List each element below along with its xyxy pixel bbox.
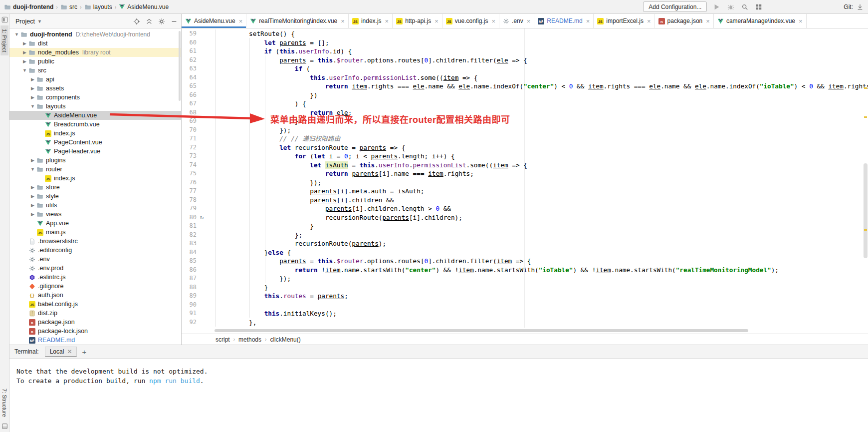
- error-stripe-mark[interactable]: [864, 116, 867, 118]
- close-icon[interactable]: ✕: [67, 349, 72, 355]
- title-breadcrumb-src[interactable]: src: [60, 3, 77, 10]
- project-panel-title[interactable]: Project: [15, 18, 35, 25]
- editor-tab-package-json[interactable]: npackage.json×: [655, 14, 714, 28]
- tree-chevron-icon[interactable]: ▶: [29, 77, 36, 82]
- editor-tab-importexcel-js[interactable]: JSimportExcel.js×: [594, 14, 654, 28]
- tree-chevron-icon[interactable]: ▶: [21, 41, 28, 46]
- editor-tab-realtimemonitoring-index-vue[interactable]: realTimeMonitoring\index.vue×: [246, 14, 349, 28]
- tab-close-icon[interactable]: ×: [647, 18, 651, 24]
- tree-item-assets[interactable]: ▶assets: [9, 84, 181, 93]
- tab-close-icon[interactable]: ×: [491, 18, 495, 24]
- error-stripe-mark[interactable]: [864, 87, 867, 89]
- tree-item-public[interactable]: ▶public: [9, 57, 181, 66]
- tree-item-dist-zip[interactable]: dist.zip: [9, 309, 181, 318]
- tree-item-dist[interactable]: ▶dist: [9, 39, 181, 48]
- tree-item-gitignore[interactable]: .gitignore: [9, 282, 181, 291]
- search-everywhere-icon[interactable]: [741, 3, 749, 11]
- tree-item-env[interactable]: .env: [9, 255, 181, 264]
- code-editor[interactable]: 59 setRoute() {60 let parents = [];61 if…: [182, 28, 868, 328]
- tree-item-style[interactable]: ▶style: [9, 192, 181, 201]
- tree-item-breadcrumb-vue[interactable]: Breadcrumb.vue: [9, 120, 181, 129]
- tree-chevron-icon[interactable]: ▶: [29, 212, 36, 217]
- tree-item-auth-json[interactable]: {}auth.json: [9, 291, 181, 300]
- tree-chevron-icon[interactable]: ▼: [29, 104, 36, 109]
- tree-item-layouts[interactable]: ▼layouts: [9, 102, 181, 111]
- tree-item-app-vue[interactable]: App.vue: [9, 219, 181, 228]
- tab-close-icon[interactable]: ×: [434, 18, 438, 24]
- tree-item-src[interactable]: ▼src: [9, 66, 181, 75]
- tree-item-pageheader-vue[interactable]: PageHeader.vue: [9, 147, 181, 156]
- recursion-gutter-icon[interactable]: ↻: [197, 213, 216, 222]
- tree-chevron-icon[interactable]: ▶: [21, 59, 28, 64]
- editor-vertical-scrollbar[interactable]: [864, 163, 868, 258]
- error-stripe-mark[interactable]: [864, 229, 867, 231]
- tree-item-package-lock-json[interactable]: npackage-lock.json: [9, 327, 181, 336]
- title-breadcrumb-layouts[interactable]: layouts: [84, 3, 112, 10]
- tool-window-button-structure[interactable]: 7: Structure: [0, 385, 8, 421]
- tree-item-package-json[interactable]: npackage.json: [9, 318, 181, 327]
- tree-item-asidemenu-vue[interactable]: AsideMenu.vue: [9, 111, 181, 120]
- tree-chevron-icon[interactable]: ▶: [29, 86, 36, 91]
- project-scrollbar[interactable]: [179, 31, 181, 101]
- tree-item-store[interactable]: ▶store: [9, 183, 181, 192]
- tab-close-icon[interactable]: ×: [239, 18, 243, 24]
- run-icon[interactable]: [713, 3, 721, 11]
- tree-item-env-prod[interactable]: .env.prod: [9, 264, 181, 273]
- title-breadcrumb-asidemenu-vue[interactable]: AsideMenu.vue: [119, 3, 169, 10]
- tree-item-plugins[interactable]: ▶plugins: [9, 156, 181, 165]
- tab-close-icon[interactable]: ×: [341, 18, 345, 24]
- tree-item-duoji-frontend[interactable]: ▼duoji-frontendD:\zheheWeb\duoji-fronten…: [9, 30, 181, 39]
- new-terminal-icon[interactable]: +: [82, 348, 86, 356]
- tab-close-icon[interactable]: ×: [706, 18, 710, 24]
- debug-icon[interactable]: [727, 3, 735, 11]
- tree-chevron-icon[interactable]: ▼: [21, 68, 28, 73]
- tree-item-utils[interactable]: ▶utils: [9, 201, 181, 210]
- tree-item-views[interactable]: ▶views: [9, 210, 181, 219]
- strip-bottom-icon[interactable]: [1, 423, 8, 430]
- tree-chevron-icon[interactable]: ▶: [29, 203, 36, 208]
- tool-windows-icon[interactable]: [755, 3, 763, 11]
- tree-item-router[interactable]: ▼router: [9, 165, 181, 174]
- tree-item-readme-md[interactable]: MREADME.md: [9, 336, 181, 345]
- editor-breadcrumb-clickmenu[interactable]: clickMenu(): [270, 336, 300, 343]
- tree-chevron-icon[interactable]: ▼: [29, 167, 36, 172]
- tree-item-main-js[interactable]: JSmain.js: [9, 228, 181, 237]
- tree-chevron-icon[interactable]: ▶: [29, 194, 36, 199]
- editor-breadcrumb-script[interactable]: script: [216, 336, 230, 343]
- tree-item-editorconfig[interactable]: .editorconfig: [9, 246, 181, 255]
- editor-tab-http-api-js[interactable]: JShttp-api.js×: [393, 14, 442, 28]
- tree-item-eslintrc-js[interactable]: .eslintrc.js: [9, 273, 181, 282]
- tab-close-icon[interactable]: ×: [586, 18, 590, 24]
- tree-chevron-icon[interactable]: ▶: [29, 95, 36, 100]
- editor-breadcrumb-methods[interactable]: methods: [238, 336, 261, 343]
- tree-item-index-js[interactable]: JSindex.js: [9, 129, 181, 138]
- editor-tab-asidemenu-vue[interactable]: AsideMenu.vue×: [182, 14, 246, 28]
- editor-tab-readme-md[interactable]: MREADME.md×: [534, 14, 594, 28]
- tree-item-node-modules[interactable]: ▶node_moduleslibrary root: [9, 48, 181, 57]
- tab-close-icon[interactable]: ×: [385, 18, 389, 24]
- editor-tab-index-js[interactable]: JSindex.js×: [349, 14, 393, 28]
- settings-gear-icon[interactable]: [158, 17, 166, 25]
- tree-item-api[interactable]: ▶api: [9, 75, 181, 84]
- terminal-output[interactable]: Note that the development build is not o…: [9, 359, 868, 432]
- collapse-all-icon[interactable]: [145, 17, 153, 25]
- git-update-icon[interactable]: [856, 3, 864, 11]
- tree-chevron-icon[interactable]: ▶: [29, 158, 36, 163]
- tree-item-babel-config-js[interactable]: JSbabel.config.js: [9, 300, 181, 309]
- tree-item-pagecontent-vue[interactable]: PageContent.vue: [9, 138, 181, 147]
- tree-item-components[interactable]: ▶components: [9, 93, 181, 102]
- tab-close-icon[interactable]: ×: [799, 18, 803, 24]
- tree-chevron-icon[interactable]: ▼: [13, 32, 20, 37]
- terminal-tab-local[interactable]: Local ✕: [45, 347, 77, 357]
- tree-item-index-js[interactable]: JSindex.js: [9, 174, 181, 183]
- editor-tab-cameramanage-index-vue[interactable]: cameraManage\index.vue×: [714, 14, 807, 28]
- tab-close-icon[interactable]: ×: [527, 18, 531, 24]
- hscroll-thumb[interactable]: [215, 329, 748, 332]
- tree-item-browserslistrc[interactable]: .browserslistrc: [9, 237, 181, 246]
- editor-tab-vue-config-js[interactable]: JSvue.config.js×: [442, 14, 499, 28]
- title-breadcrumb-duoji-frontend[interactable]: duoji-frontend: [4, 3, 53, 10]
- tool-window-button-project[interactable]: 1: Project: [0, 25, 8, 55]
- locate-file-icon[interactable]: [133, 17, 141, 25]
- tool-window-switcher-icon[interactable]: [1, 16, 8, 23]
- editor-tab-env[interactable]: .env×: [499, 14, 534, 28]
